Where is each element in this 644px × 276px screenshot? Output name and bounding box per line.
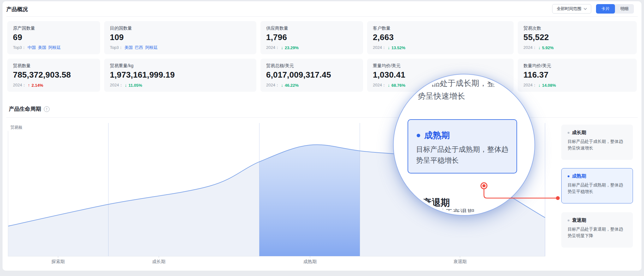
stat-card-label: 贸易数量: [13, 63, 94, 69]
bullet-icon: [417, 134, 420, 137]
x-axis-label: 衰退期: [453, 259, 467, 264]
meta-prefix: 2024：: [110, 82, 123, 88]
stat-card: 客户数量2,6632024：↓13.52%: [367, 21, 514, 54]
stat-card-label: 原产国数量: [13, 26, 94, 31]
x-axis-label: 成长期: [152, 259, 165, 264]
magnified-maturity-card: 成熟期 目标产品处于成熟期，整体趋 势呈平稳增长: [408, 119, 517, 173]
header-divider: [6, 16, 638, 17]
legend-phase-desc: 目标产品处于成长期，整体趋势呈快速增长: [568, 138, 626, 151]
stat-card-value: 785,372,903.58: [13, 70, 94, 80]
stat-card: 数量均价/美元116.372024：↓14.08%: [518, 59, 637, 92]
trend-percentage: 11.05%: [128, 83, 142, 88]
stat-card-meta: 2024：↓23.29%: [266, 45, 357, 50]
stat-card-value: 109: [110, 32, 251, 42]
stat-card-meta: 2024：↓14.08%: [523, 82, 631, 88]
lifecycle-section-title: 产品生命周期 !: [9, 105, 50, 113]
time-range-label: 全部时间范围: [557, 6, 581, 12]
trend-down-icon: ↓: [538, 83, 540, 88]
stat-card: 原产国数量69Top3：中国美国阿根廷: [7, 21, 100, 54]
page-title: 产品概况: [6, 6, 28, 13]
dashboard-panel: 产品概况 全部时间范围 卡片 明细 原产国数量69Top3：中国美国阿根廷目的国…: [3, 1, 641, 271]
trend-down-icon: ↓: [281, 83, 283, 88]
stat-card-meta: 2024：↓13.52%: [373, 45, 508, 50]
magnified-maturity-title-row: 成熟期: [417, 130, 450, 141]
magnified-growth-text: 势呈快速增长: [418, 91, 465, 101]
stat-card-label: 重量均价/美元: [373, 63, 508, 69]
legend-card-growth[interactable]: 成长期目标产品处于成长期，整体趋势呈快速增长: [561, 125, 633, 160]
stat-card-meta: Top3：中国美国阿根廷: [13, 45, 94, 50]
legend-card-maturity[interactable]: 成熟期目标产品处于成熟期，整体趋势呈平稳增长: [561, 168, 633, 203]
stat-card-label: 客户数量: [373, 26, 508, 31]
meta-prefix: 2024：: [523, 82, 537, 88]
legend-phase-desc: 目标产品处于衰退期，整体趋势呈明显下降: [568, 226, 626, 239]
maturity-highlight-region: [259, 123, 360, 256]
trend-percentage: 14.08%: [542, 83, 556, 88]
lifecycle-title-text: 产品生命周期: [9, 105, 41, 113]
red-connector-line: [481, 189, 561, 201]
bullet-icon: [568, 132, 569, 134]
top3-country-link[interactable]: 中国: [27, 45, 36, 50]
top3-country-link[interactable]: 阿根廷: [48, 45, 61, 50]
trend-up-icon: ↑: [28, 83, 30, 88]
trend-percentage: 68.76%: [391, 83, 405, 88]
stat-card: 贸易次数55,5222024：↓5.92%: [518, 21, 637, 54]
stat-card-value: 69: [13, 32, 94, 42]
stat-card-value: 6,017,009,317.45: [266, 70, 357, 80]
legend-card-decline[interactable]: 衰退期目标产品处于衰退期，整体趋势呈明显下降: [561, 212, 633, 248]
stat-card-label: 贸易次数: [523, 26, 631, 31]
legend-phase-title: 成长期: [572, 130, 586, 136]
meta-prefix: 2024：: [373, 45, 386, 50]
stat-card: 目的国数量109Top3：美国巴西阿根廷: [104, 21, 256, 54]
stat-card-meta: Top3：美国巴西阿根廷: [110, 45, 251, 50]
meta-prefix: 2024：: [266, 45, 279, 50]
magnified-growth-text: 品处于成长期，整: [432, 78, 495, 88]
meta-prefix: 2024：: [523, 45, 537, 50]
stat-card-label: 供应商数量: [266, 26, 357, 31]
meta-prefix: 2024：: [13, 82, 26, 88]
top3-country-link[interactable]: 阿根廷: [145, 45, 158, 50]
stat-card-value: 1,973,161,999.19: [110, 70, 251, 80]
x-axis-label: 探索期: [51, 259, 65, 264]
trend-down-icon: ↓: [281, 45, 283, 50]
stat-card-grid: 原产国数量69Top3：中国美国阿根廷目的国数量109Top3：美国巴西阿根廷供…: [7, 21, 637, 92]
stat-card-value: 1,796: [266, 32, 357, 42]
stat-card: 贸易数量785,372,903.582024：↑2.14%: [7, 59, 100, 92]
stat-card-label: 数量均价/美元: [523, 63, 631, 69]
stat-card-value: 55,522: [523, 32, 631, 42]
top3-country-link[interactable]: 美国: [124, 45, 133, 50]
trend-percentage: 13.52%: [391, 45, 405, 50]
info-icon[interactable]: !: [44, 106, 50, 112]
legend-phase-title: 衰退期: [572, 217, 586, 223]
trend-percentage: 5.92%: [542, 45, 554, 50]
magnified-maturity-title: 成熟期: [424, 130, 450, 141]
top3-country-link[interactable]: 美国: [38, 45, 46, 50]
trend-down-icon: ↓: [388, 45, 390, 50]
top3-country-link[interactable]: 巴西: [135, 45, 143, 50]
meta-prefix: 2024：: [373, 82, 386, 88]
stat-card-value: 2,663: [373, 32, 508, 42]
stat-card-label: 目的国数量: [110, 26, 251, 31]
chevron-down-icon: [584, 8, 587, 10]
stat-card-meta: 2024：↓5.92%: [523, 45, 631, 50]
legend-phase-title: 成熟期: [572, 173, 586, 179]
meta-prefix: Top3：: [13, 45, 26, 50]
stat-card: 供应商数量1,7962024：↓23.29%: [260, 21, 363, 54]
trend-down-icon: ↓: [388, 83, 390, 88]
stat-card: 贸易总额/美元6,017,009,317.452024：↓46.22%: [260, 59, 363, 92]
meta-prefix: Top3：: [110, 45, 123, 50]
trend-percentage: 46.22%: [285, 83, 299, 88]
lifecycle-divider: [6, 117, 638, 118]
magnified-decline-text: 处于衰退期: [438, 208, 474, 213]
bullet-icon: [568, 175, 569, 177]
stat-card-label: 贸易总额/美元: [266, 63, 357, 69]
time-range-select[interactable]: 全部时间范围: [552, 4, 591, 14]
view-toggle-detail[interactable]: 明细: [615, 4, 634, 14]
trend-down-icon: ↓: [538, 45, 540, 50]
trend-percentage: 23.29%: [285, 45, 299, 50]
stat-card-meta: 2024：↓46.22%: [266, 82, 357, 88]
connector-end-dot: [556, 196, 560, 200]
bullet-icon: [568, 220, 569, 221]
trend-down-icon: ↓: [125, 83, 127, 88]
x-axis-label: 成熟期: [303, 259, 317, 264]
view-toggle-card[interactable]: 卡片: [596, 4, 615, 14]
